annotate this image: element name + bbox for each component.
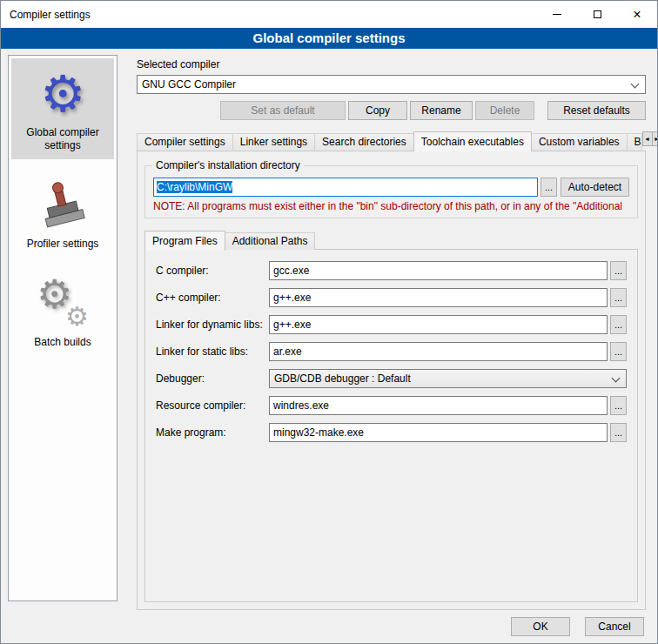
tab-additional-paths[interactable]: Additional Paths [225, 232, 316, 250]
sidebar-item-label: Global compiler settings [13, 126, 112, 152]
tab-build-options[interactable]: Build [627, 133, 642, 151]
field-row-make-program: Make program: ... [156, 423, 627, 442]
tab-toolchain-executables[interactable]: Toolchain executables [413, 131, 532, 151]
linker-dynamic-browse-button[interactable]: ... [610, 315, 627, 334]
make-program-label: Make program: [156, 426, 269, 439]
c-compiler-browse-button[interactable]: ... [610, 261, 627, 280]
program-files-tabstrip: Program Files Additional Paths [144, 231, 638, 250]
profiler-tool-icon [37, 177, 88, 234]
compiler-settings-dialog: Compiler settings × Global compiler sett… [0, 0, 658, 644]
cpp-compiler-input[interactable] [269, 288, 608, 307]
global-compiler-gear-icon: ⚙ [40, 65, 85, 123]
installation-directory-row: C:\raylib\MinGW ... Auto-detect [153, 178, 629, 197]
resource-compiler-input[interactable] [269, 396, 608, 415]
delete-button[interactable]: Delete [475, 101, 534, 120]
c-compiler-input[interactable] [269, 261, 608, 280]
selected-compiler-label: Selected compiler [137, 58, 646, 70]
maximize-icon [594, 10, 601, 18]
window-title: Compiler settings [1, 9, 91, 21]
sidebar-item-batch-builds[interactable]: ⚙ ⚙ Batch builds [11, 268, 114, 356]
debugger-select[interactable]: GDB/CDB debugger : Default [269, 369, 627, 388]
tab-program-files[interactable]: Program Files [144, 231, 225, 251]
cpp-compiler-browse-button[interactable]: ... [610, 288, 627, 307]
installation-dir-browse-button[interactable]: ... [540, 178, 557, 197]
compiler-actions: Set as default Copy Rename Delete Reset … [137, 101, 646, 120]
chevron-down-icon [631, 80, 640, 89]
rename-button[interactable]: Rename [410, 101, 473, 120]
tab-custom-variables[interactable]: Custom variables [531, 133, 628, 151]
ok-button[interactable]: OK [511, 617, 570, 636]
dialog-footer: OK Cancel [511, 617, 644, 636]
cancel-button[interactable]: Cancel [585, 617, 644, 636]
tab-scroll-arrows: ◄ ► [642, 131, 658, 146]
linker-static-browse-button[interactable]: ... [610, 342, 627, 361]
bin-subdirectory-note: NOTE: All programs must exist either in … [153, 200, 629, 212]
installation-directory-group: Compiler's installation directory C:\ray… [144, 165, 638, 218]
sidebar-item-label: Batch builds [34, 336, 91, 349]
close-icon: × [633, 8, 641, 22]
linker-dynamic-input[interactable] [269, 315, 608, 334]
field-row-cpp-compiler: C++ compiler: ... [156, 288, 627, 307]
debugger-select-value: GDB/CDB debugger : Default [274, 372, 411, 385]
tab-linker-settings[interactable]: Linker settings [232, 133, 315, 151]
field-row-c-compiler: C compiler: ... [156, 261, 627, 280]
linker-static-input[interactable] [269, 342, 608, 361]
installation-directory-group-label: Compiler's installation directory [152, 159, 304, 171]
cpp-compiler-label: C++ compiler: [156, 292, 269, 304]
toolchain-executables-panel: Compiler's installation directory C:\ray… [137, 151, 646, 610]
tab-compiler-settings[interactable]: Compiler settings [137, 133, 233, 151]
minimize-button[interactable] [537, 1, 577, 28]
close-button[interactable]: × [617, 1, 657, 28]
title-bar: Compiler settings × [1, 1, 657, 28]
linker-static-label: Linker for static libs: [156, 345, 269, 358]
c-compiler-label: C compiler: [156, 265, 269, 277]
sidebar-item-profiler-settings[interactable]: Profiler settings [11, 170, 114, 258]
installation-dir-input[interactable]: C:\raylib\MinGW [153, 178, 538, 197]
minimize-icon [553, 14, 561, 15]
linker-dynamic-label: Linker for dynamic libs: [156, 319, 269, 331]
field-row-linker-dynamic: Linker for dynamic libs: ... [156, 315, 627, 334]
tab-search-directories[interactable]: Search directories [314, 133, 414, 151]
window-controls: × [537, 1, 657, 28]
arrow-right-icon: ► [654, 136, 658, 142]
field-row-linker-static: Linker for static libs: ... [156, 342, 627, 361]
field-row-debugger: Debugger: GDB/CDB debugger : Default [156, 369, 627, 388]
sidebar: ⚙ Global compiler settings Profiler sett… [8, 55, 118, 601]
compiler-select[interactable]: GNU GCC Compiler [137, 75, 646, 94]
field-row-resource-compiler: Resource compiler: ... [156, 396, 627, 415]
resource-compiler-browse-button[interactable]: ... [610, 396, 627, 415]
auto-detect-button[interactable]: Auto-detect [561, 178, 629, 197]
copy-button[interactable]: Copy [348, 101, 407, 120]
resource-compiler-label: Resource compiler: [156, 399, 269, 412]
chevron-down-icon [612, 374, 621, 383]
installation-dir-selected-text: C:\raylib\MinGW [157, 181, 232, 193]
reset-defaults-button[interactable]: Reset defaults [547, 101, 646, 120]
batch-builds-gears-icon: ⚙ ⚙ [37, 275, 89, 332]
sidebar-item-global-compiler-settings[interactable]: ⚙ Global compiler settings [11, 58, 114, 159]
make-program-input[interactable] [269, 423, 608, 442]
debugger-label: Debugger: [156, 372, 269, 385]
arrow-left-icon: ◄ [644, 136, 650, 142]
program-files-panel: C compiler: ... C++ compiler: ... Linker… [144, 249, 638, 602]
set-as-default-button[interactable]: Set as default [220, 101, 346, 120]
page-title: Global compiler settings [1, 28, 657, 49]
settings-tabstrip: Compiler settings Linker settings Search… [137, 131, 646, 151]
main-content: Selected compiler GNU GCC Compiler Set a… [127, 55, 652, 619]
sidebar-item-label: Profiler settings [27, 238, 99, 251]
make-program-browse-button[interactable]: ... [610, 423, 627, 442]
maximize-button[interactable] [577, 1, 617, 28]
compiler-select-value: GNU GCC Compiler [142, 78, 236, 91]
tab-scroll-right-button[interactable]: ► [652, 131, 658, 146]
